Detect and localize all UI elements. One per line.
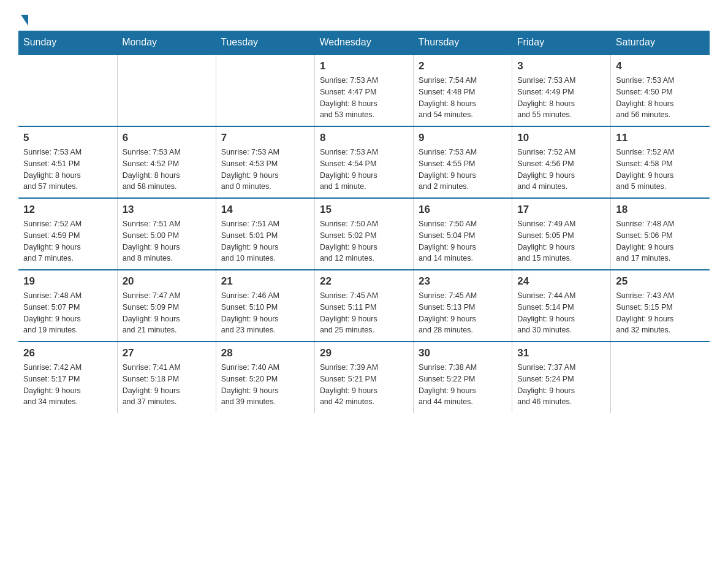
day-number: 21 [221, 275, 309, 288]
day-info: Sunrise: 7:50 AM Sunset: 5:04 PM Dayligh… [419, 218, 507, 264]
day-number: 19 [23, 275, 112, 288]
day-number: 16 [419, 204, 507, 216]
day-number: 29 [320, 347, 408, 359]
calendar-header: SundayMondayTuesdayWednesdayThursdayFrid… [18, 31, 710, 55]
table-row: 28Sunrise: 7:40 AM Sunset: 5:20 PM Dayli… [216, 342, 314, 413]
header-tuesday: Tuesday [216, 31, 314, 55]
day-info: Sunrise: 7:40 AM Sunset: 5:20 PM Dayligh… [221, 362, 309, 408]
day-number: 8 [320, 132, 408, 144]
day-info: Sunrise: 7:49 AM Sunset: 5:05 PM Dayligh… [517, 218, 605, 264]
days-of-week-row: SundayMondayTuesdayWednesdayThursdayFrid… [18, 31, 710, 55]
table-row: 14Sunrise: 7:51 AM Sunset: 5:01 PM Dayli… [216, 198, 314, 270]
day-number: 10 [517, 132, 605, 144]
day-number: 4 [616, 60, 705, 72]
day-info: Sunrise: 7:39 AM Sunset: 5:21 PM Dayligh… [320, 362, 408, 408]
day-number: 7 [221, 132, 309, 144]
day-info: Sunrise: 7:53 AM Sunset: 4:47 PM Dayligh… [320, 75, 408, 121]
table-row: 11Sunrise: 7:52 AM Sunset: 4:58 PM Dayli… [611, 126, 710, 198]
table-row: 17Sunrise: 7:49 AM Sunset: 5:05 PM Dayli… [512, 198, 611, 270]
day-number: 24 [517, 275, 605, 288]
page-header [18, 12, 710, 25]
day-number: 9 [419, 132, 507, 144]
day-info: Sunrise: 7:52 AM Sunset: 4:56 PM Dayligh… [517, 147, 605, 193]
table-row: 25Sunrise: 7:43 AM Sunset: 5:15 PM Dayli… [611, 270, 710, 342]
header-thursday: Thursday [414, 31, 512, 55]
day-number: 26 [23, 347, 112, 359]
day-info: Sunrise: 7:52 AM Sunset: 4:59 PM Dayligh… [23, 218, 112, 264]
day-info: Sunrise: 7:51 AM Sunset: 5:00 PM Dayligh… [123, 218, 211, 264]
header-saturday: Saturday [611, 31, 710, 55]
table-row [611, 342, 710, 413]
table-row [117, 55, 216, 126]
table-row: 24Sunrise: 7:44 AM Sunset: 5:14 PM Dayli… [512, 270, 611, 342]
day-info: Sunrise: 7:53 AM Sunset: 4:53 PM Dayligh… [221, 147, 309, 193]
day-info: Sunrise: 7:37 AM Sunset: 5:24 PM Dayligh… [517, 362, 605, 408]
table-row: 22Sunrise: 7:45 AM Sunset: 5:11 PM Dayli… [314, 270, 413, 342]
table-row [18, 55, 117, 126]
day-number: 23 [419, 275, 507, 288]
day-number: 22 [320, 275, 408, 288]
day-info: Sunrise: 7:47 AM Sunset: 5:09 PM Dayligh… [123, 290, 211, 336]
table-row: 7Sunrise: 7:53 AM Sunset: 4:53 PM Daylig… [216, 126, 314, 198]
day-info: Sunrise: 7:48 AM Sunset: 5:07 PM Dayligh… [23, 290, 112, 336]
day-number: 18 [616, 204, 705, 216]
logo [18, 12, 28, 25]
table-row: 27Sunrise: 7:41 AM Sunset: 5:18 PM Dayli… [117, 342, 216, 413]
header-friday: Friday [512, 31, 611, 55]
day-info: Sunrise: 7:48 AM Sunset: 5:06 PM Dayligh… [616, 218, 705, 264]
table-row: 31Sunrise: 7:37 AM Sunset: 5:24 PM Dayli… [512, 342, 611, 413]
day-number: 12 [23, 204, 112, 216]
day-info: Sunrise: 7:44 AM Sunset: 5:14 PM Dayligh… [517, 290, 605, 336]
day-number: 27 [123, 347, 211, 359]
table-row: 5Sunrise: 7:53 AM Sunset: 4:51 PM Daylig… [18, 126, 117, 198]
table-row: 10Sunrise: 7:52 AM Sunset: 4:56 PM Dayli… [512, 126, 611, 198]
day-info: Sunrise: 7:53 AM Sunset: 4:50 PM Dayligh… [616, 75, 705, 121]
table-row: 8Sunrise: 7:53 AM Sunset: 4:54 PM Daylig… [314, 126, 413, 198]
calendar-body: 1Sunrise: 7:53 AM Sunset: 4:47 PM Daylig… [18, 55, 710, 413]
week-row-2: 5Sunrise: 7:53 AM Sunset: 4:51 PM Daylig… [18, 126, 710, 198]
day-info: Sunrise: 7:45 AM Sunset: 5:11 PM Dayligh… [320, 290, 408, 336]
day-info: Sunrise: 7:54 AM Sunset: 4:48 PM Dayligh… [419, 75, 507, 121]
day-info: Sunrise: 7:53 AM Sunset: 4:52 PM Dayligh… [123, 147, 211, 193]
week-row-3: 12Sunrise: 7:52 AM Sunset: 4:59 PM Dayli… [18, 198, 710, 270]
table-row: 20Sunrise: 7:47 AM Sunset: 5:09 PM Dayli… [117, 270, 216, 342]
table-row: 1Sunrise: 7:53 AM Sunset: 4:47 PM Daylig… [314, 55, 413, 126]
header-wednesday: Wednesday [314, 31, 413, 55]
day-info: Sunrise: 7:42 AM Sunset: 5:17 PM Dayligh… [23, 362, 112, 408]
header-sunday: Sunday [18, 31, 117, 55]
table-row: 6Sunrise: 7:53 AM Sunset: 4:52 PM Daylig… [117, 126, 216, 198]
logo-arrow-icon [21, 15, 28, 26]
calendar-table: SundayMondayTuesdayWednesdayThursdayFrid… [18, 31, 710, 413]
table-row: 12Sunrise: 7:52 AM Sunset: 4:59 PM Dayli… [18, 198, 117, 270]
day-info: Sunrise: 7:52 AM Sunset: 4:58 PM Dayligh… [616, 147, 705, 193]
day-number: 14 [221, 204, 309, 216]
day-number: 2 [419, 60, 507, 72]
day-number: 28 [221, 347, 309, 359]
day-info: Sunrise: 7:45 AM Sunset: 5:13 PM Dayligh… [419, 290, 507, 336]
table-row: 16Sunrise: 7:50 AM Sunset: 5:04 PM Dayli… [414, 198, 512, 270]
day-info: Sunrise: 7:46 AM Sunset: 5:10 PM Dayligh… [221, 290, 309, 336]
table-row: 19Sunrise: 7:48 AM Sunset: 5:07 PM Dayli… [18, 270, 117, 342]
table-row: 23Sunrise: 7:45 AM Sunset: 5:13 PM Dayli… [414, 270, 512, 342]
table-row: 13Sunrise: 7:51 AM Sunset: 5:00 PM Dayli… [117, 198, 216, 270]
day-number: 17 [517, 204, 605, 216]
day-number: 11 [616, 132, 705, 144]
day-number: 3 [517, 60, 605, 72]
day-number: 15 [320, 204, 408, 216]
table-row: 15Sunrise: 7:50 AM Sunset: 5:02 PM Dayli… [314, 198, 413, 270]
day-number: 30 [419, 347, 507, 359]
day-number: 25 [616, 275, 705, 288]
day-number: 6 [123, 132, 211, 144]
table-row [216, 55, 314, 126]
day-info: Sunrise: 7:53 AM Sunset: 4:49 PM Dayligh… [517, 75, 605, 121]
table-row: 2Sunrise: 7:54 AM Sunset: 4:48 PM Daylig… [414, 55, 512, 126]
table-row: 29Sunrise: 7:39 AM Sunset: 5:21 PM Dayli… [314, 342, 413, 413]
week-row-1: 1Sunrise: 7:53 AM Sunset: 4:47 PM Daylig… [18, 55, 710, 126]
day-info: Sunrise: 7:38 AM Sunset: 5:22 PM Dayligh… [419, 362, 507, 408]
day-info: Sunrise: 7:43 AM Sunset: 5:15 PM Dayligh… [616, 290, 705, 336]
day-info: Sunrise: 7:51 AM Sunset: 5:01 PM Dayligh… [221, 218, 309, 264]
table-row: 18Sunrise: 7:48 AM Sunset: 5:06 PM Dayli… [611, 198, 710, 270]
day-info: Sunrise: 7:41 AM Sunset: 5:18 PM Dayligh… [123, 362, 211, 408]
table-row: 4Sunrise: 7:53 AM Sunset: 4:50 PM Daylig… [611, 55, 710, 126]
week-row-4: 19Sunrise: 7:48 AM Sunset: 5:07 PM Dayli… [18, 270, 710, 342]
